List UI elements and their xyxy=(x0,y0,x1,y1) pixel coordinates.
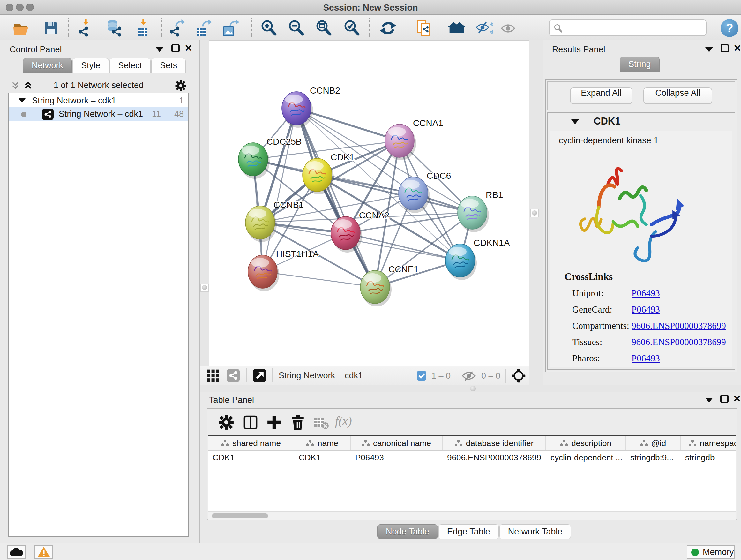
import-database-icon[interactable] xyxy=(105,19,123,37)
column-header[interactable]: shared name xyxy=(208,436,294,450)
network-graph[interactable]: CCNB2CCNA1CDC25BCDK1CDC6RB1CCNB1CCNA2CDK… xyxy=(209,41,529,366)
tree-expand-caret-icon[interactable] xyxy=(18,98,25,103)
node-HIST1H1A[interactable]: HIST1H1A xyxy=(248,249,319,291)
horizontal-splitter[interactable] xyxy=(200,385,741,392)
tab-edge-table[interactable]: Edge Table xyxy=(439,524,499,539)
selected-checkbox[interactable] xyxy=(417,371,426,381)
help-button[interactable]: ? xyxy=(721,19,738,37)
table-horizontal-scrollbar[interactable] xyxy=(208,511,736,520)
expand-all-button[interactable]: Expand All xyxy=(570,87,632,104)
right-splitter-handle[interactable] xyxy=(530,209,539,217)
collapse-all-button[interactable]: Collapse All xyxy=(643,87,712,104)
column-header[interactable]: canonical name xyxy=(351,436,443,450)
copy-network-icon[interactable] xyxy=(415,19,433,37)
cell-shared-name[interactable]: CDK1 xyxy=(208,451,294,465)
tab-style[interactable]: Style xyxy=(72,58,109,73)
control-panel-float-icon[interactable] xyxy=(172,44,180,52)
import-table-icon[interactable] xyxy=(134,19,152,37)
zoom-fit-icon[interactable] xyxy=(315,19,333,37)
cell-description[interactable]: cyclin-dependent ... xyxy=(546,451,626,465)
fit-selected-crosshair-icon[interactable] xyxy=(511,368,526,383)
node-CCNA1[interactable]: CCNA1 xyxy=(385,118,443,160)
cell-database-identifier[interactable]: 9606.ENSP00000378699 xyxy=(443,451,546,465)
hide-panels-icon[interactable] xyxy=(475,19,493,37)
left-splitter-handle[interactable] xyxy=(200,284,209,292)
export-network-icon[interactable] xyxy=(169,19,186,37)
control-panel-close-icon[interactable]: ✕ xyxy=(185,44,192,52)
control-panel-menu-caret-icon[interactable] xyxy=(156,47,163,52)
gene-section-header[interactable]: CDK1 xyxy=(548,113,735,130)
zoom-in-icon[interactable] xyxy=(260,19,278,37)
tab-string[interactable]: String xyxy=(620,57,660,71)
delete-table-icon[interactable] xyxy=(313,415,329,430)
cell-canonical-name[interactable]: P06493 xyxy=(351,451,443,465)
birds-eye-view-icon[interactable] xyxy=(253,368,266,382)
scrollbar-thumb[interactable] xyxy=(212,513,268,518)
table-panel-menu-caret-icon[interactable] xyxy=(705,398,713,402)
edge-CCNB2-CCNE1[interactable] xyxy=(296,108,375,287)
cell-id[interactable]: stringdb:9... xyxy=(626,451,681,465)
gene-section: CDK1 cyclin-dependent kinase 1 xyxy=(547,112,735,370)
show-panels-icon[interactable] xyxy=(499,19,517,37)
crosslink-link[interactable]: 9606.ENSP00000378699 xyxy=(631,320,726,331)
node-label-CCNB2: CCNB2 xyxy=(310,85,340,96)
home-icon[interactable] xyxy=(448,19,465,37)
network-collection-row[interactable]: String Network – cdk1 1 xyxy=(9,94,188,107)
table-options-gear-icon[interactable] xyxy=(218,415,234,430)
tab-select[interactable]: Select xyxy=(110,58,151,73)
network-options-gear-icon[interactable] xyxy=(175,80,186,91)
zoom-selected-icon[interactable] xyxy=(343,19,360,37)
node-CCNE1[interactable]: CCNE1 xyxy=(360,264,419,307)
crosslink-link[interactable]: P06493 xyxy=(631,288,660,299)
export-table-icon[interactable] xyxy=(195,19,213,37)
delete-column-trash-icon[interactable] xyxy=(290,415,306,430)
memory-button[interactable]: Memory xyxy=(687,545,735,559)
crosslink-link[interactable]: 9606.ENSP00000378699 xyxy=(631,337,726,348)
results-panel-close-icon[interactable]: ✕ xyxy=(733,44,741,52)
open-session-icon[interactable] xyxy=(12,19,30,37)
warnings-button[interactable] xyxy=(35,545,53,559)
view-grid-icon[interactable] xyxy=(206,368,220,382)
cell-name[interactable]: CDK1 xyxy=(294,451,351,465)
edge-HIST1H1A-CCNE1[interactable] xyxy=(263,272,375,287)
network-row[interactable]: String Network – cdk1 11 48 xyxy=(9,107,188,121)
table-panel-close-icon[interactable]: ✕ xyxy=(733,395,741,403)
tab-network-table[interactable]: Network Table xyxy=(499,524,571,539)
crosslink-link[interactable]: P06493 xyxy=(631,304,660,315)
node-CDK1[interactable]: CDK1 xyxy=(302,152,354,194)
tab-sets[interactable]: Sets xyxy=(151,58,186,73)
function-builder-icon[interactable]: f(x) xyxy=(335,414,352,428)
results-panel-menu-caret-icon[interactable] xyxy=(705,47,713,52)
search-input[interactable] xyxy=(565,21,703,34)
import-network-icon[interactable] xyxy=(77,19,94,37)
cloud-status-button[interactable] xyxy=(7,545,25,559)
table-row[interactable]: CDK1 CDK1 P06493 9606.ENSP00000378699 cy… xyxy=(208,451,736,465)
save-session-icon[interactable] xyxy=(42,19,60,37)
show-columns-icon[interactable] xyxy=(243,415,259,430)
zoom-out-icon[interactable] xyxy=(287,19,305,37)
left-splitter[interactable] xyxy=(200,40,209,392)
table-panel-float-icon[interactable] xyxy=(720,395,729,403)
column-header[interactable]: namespace xyxy=(681,436,736,450)
column-header[interactable]: database identifier xyxy=(443,436,546,450)
tab-network[interactable]: Network xyxy=(23,58,72,73)
cell-namespace[interactable]: stringdb xyxy=(681,451,736,465)
gene-collapse-caret-icon[interactable] xyxy=(571,119,579,124)
tab-node-table[interactable]: Node Table xyxy=(377,524,438,539)
horizontal-splitter-handle[interactable] xyxy=(470,386,476,391)
network-canvas[interactable]: CCNB2CCNA1CDC25BCDK1CDC6RB1CCNB1CCNA2CDK… xyxy=(209,40,529,366)
create-column-plus-icon[interactable] xyxy=(266,415,282,430)
export-image-icon[interactable] xyxy=(223,19,241,37)
column-header[interactable]: @id xyxy=(626,436,681,450)
column-header[interactable]: name xyxy=(294,436,351,450)
node-RB1[interactable]: RB1 xyxy=(458,190,503,232)
column-header[interactable]: description xyxy=(546,436,626,450)
node-CDC6[interactable]: CDC6 xyxy=(399,171,451,213)
results-panel-float-icon[interactable] xyxy=(721,44,729,52)
edge-CCNA2-CDKN1A[interactable] xyxy=(346,233,460,260)
right-splitter[interactable] xyxy=(529,40,543,392)
crosslink-link[interactable]: P06493 xyxy=(631,353,660,364)
string-view-icon[interactable] xyxy=(226,368,240,382)
node-CDKN1A[interactable]: CDKN1A xyxy=(446,238,510,280)
refresh-icon[interactable] xyxy=(379,19,397,37)
